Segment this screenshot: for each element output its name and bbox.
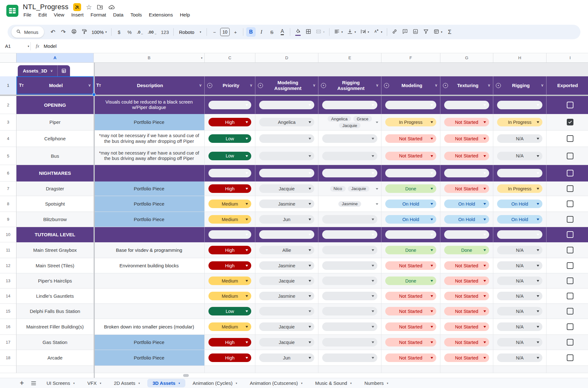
cell-exported[interactable] — [546, 165, 588, 181]
cell-modeling-assignment[interactable]: Jacquie — [255, 181, 318, 196]
cell-exported[interactable] — [546, 335, 588, 350]
cell-texturing-status[interactable] — [440, 96, 493, 114]
cell-modeling-assignment[interactable] — [255, 227, 318, 242]
empty-cell[interactable] — [440, 366, 493, 373]
cell-model[interactable]: Gas Station — [16, 335, 94, 350]
row-number-2[interactable]: 2 — [0, 96, 16, 114]
cell-priority[interactable]: Low — [205, 304, 255, 319]
cell-description[interactable]: Portfolio Piece — [94, 212, 205, 227]
cell-priority[interactable]: Low — [205, 130, 255, 147]
undo-button[interactable]: ↶ — [48, 27, 58, 37]
cell-priority[interactable]: Medium — [205, 196, 255, 212]
cell-rigging-assignment[interactable] — [318, 147, 381, 165]
cell-modeling-assignment[interactable]: Jacquie — [255, 273, 318, 289]
status-pill[interactable]: N/A — [497, 246, 542, 254]
priority-pill[interactable]: Medium — [208, 322, 251, 331]
status-pill[interactable] — [444, 169, 489, 177]
cell-rigging-status[interactable] — [493, 227, 546, 242]
sheet-tab-3d-assets[interactable]: 3D Assets▾ — [147, 379, 186, 387]
cell-rigging-assignment[interactable] — [318, 227, 381, 242]
number-format-button[interactable]: 123 — [159, 27, 170, 37]
priority-pill[interactable]: Low — [208, 152, 251, 160]
cell-rigging-status[interactable]: N/A — [493, 319, 546, 335]
currency-format-button[interactable]: $ — [114, 27, 124, 37]
cell-modeling-status[interactable] — [381, 96, 440, 114]
menu-data[interactable]: Data — [110, 10, 127, 19]
row-number-12[interactable]: 12 — [0, 258, 16, 273]
cell-modeling-assignment[interactable]: Jun — [255, 212, 318, 227]
status-pill[interactable]: N/A — [497, 292, 542, 300]
sheets-logo-icon[interactable] — [6, 5, 18, 17]
exported-checkbox[interactable] — [567, 231, 573, 238]
table-icon[interactable] — [57, 65, 70, 76]
cell-description[interactable]: Visuals could be reduced to a black scre… — [94, 96, 205, 114]
increase-font-size-button[interactable]: + — [231, 27, 240, 37]
sheet-tab-animation-cutscenes-[interactable]: Animation (Cutscenes)▾ — [244, 378, 308, 388]
functions-button[interactable]: Σ — [445, 27, 454, 37]
cell-model[interactable]: NIGHTMARES — [16, 165, 94, 181]
cell-rigging-assignment[interactable] — [318, 319, 381, 335]
assignment-pill[interactable] — [259, 230, 314, 239]
status-pill[interactable]: Not Started — [444, 307, 489, 315]
cell-texturing-status[interactable]: On Hold — [440, 196, 493, 212]
row-number-14[interactable]: 14 — [0, 289, 16, 304]
status-pill[interactable]: On Hold — [444, 215, 489, 224]
status-pill[interactable]: Not Started — [444, 277, 489, 285]
status-pill[interactable]: Not Started — [385, 134, 436, 143]
assignment-pill[interactable]: Jacquie — [259, 338, 314, 347]
italic-button[interactable]: I — [257, 27, 266, 37]
status-pill[interactable] — [385, 101, 436, 109]
cell-modeling-status[interactable]: Not Started — [381, 350, 440, 366]
cell-modeling-status[interactable] — [381, 165, 440, 181]
assignment-pill[interactable] — [259, 152, 314, 160]
exported-checkbox[interactable] — [567, 262, 573, 269]
cell-modeling-assignment[interactable] — [255, 165, 318, 181]
cell-rigging-assignment[interactable] — [318, 350, 381, 366]
status-pill[interactable]: Not Started — [444, 118, 489, 126]
sheet-tab-animation-cycles-[interactable]: Animation (Cycles)▾ — [187, 378, 242, 388]
exported-checkbox[interactable] — [567, 119, 573, 125]
column-menu-arrow-icon[interactable]: ▾ — [201, 56, 202, 60]
cell-modeling-assignment[interactable] — [255, 96, 318, 114]
cell-model[interactable]: Main Street (Tiles) — [16, 258, 94, 273]
dropdown-arrow-icon[interactable] — [376, 122, 378, 123]
status-pill[interactable]: In Progress — [497, 184, 542, 193]
status-pill[interactable]: Not Started — [444, 152, 489, 160]
priority-pill[interactable]: Medium — [208, 200, 251, 208]
status-pill[interactable] — [497, 169, 542, 177]
cell-exported[interactable] — [546, 147, 588, 165]
fill-handle[interactable] — [92, 93, 96, 96]
insert-comment-button[interactable] — [400, 27, 410, 37]
exported-checkbox[interactable] — [567, 216, 573, 223]
status-pill[interactable]: Not Started — [444, 261, 489, 270]
cell-model[interactable]: Blitzburrow — [16, 212, 94, 227]
cell-model[interactable]: Cellphone — [16, 130, 94, 147]
table-views-button[interactable]: ▾ — [432, 27, 444, 37]
header-cell-priority[interactable]: ▾Priority∨ — [205, 76, 255, 95]
cell-texturing-status[interactable]: Not Started — [440, 258, 493, 273]
text-wrap-button[interactable]: ▾ — [359, 27, 371, 37]
cell-exported[interactable] — [546, 227, 588, 242]
priority-pill[interactable]: High — [208, 353, 251, 362]
cell-description[interactable]: *may not be necessary if we have a sound… — [94, 147, 205, 165]
priority-pill[interactable] — [208, 169, 251, 177]
header-cell-rigging-assignment[interactable]: ▾Rigging Assignment∨ — [318, 76, 381, 95]
cell-description[interactable] — [94, 304, 205, 319]
menu-format[interactable]: Format — [87, 10, 110, 19]
cell-texturing-status[interactable]: Not Started — [440, 319, 493, 335]
status-pill[interactable] — [497, 230, 542, 239]
cell-texturing-status[interactable]: Not Started — [440, 181, 493, 196]
cell-model[interactable]: TUTORIAL LEVEL — [16, 227, 94, 242]
exported-checkbox[interactable] — [567, 323, 573, 330]
priority-pill[interactable]: High — [208, 246, 251, 254]
cell-texturing-status[interactable]: Not Started — [440, 289, 493, 304]
status-pill[interactable]: N/A — [497, 152, 542, 160]
cell-modeling-assignment[interactable]: Jasmine — [255, 196, 318, 212]
assignment-pill[interactable]: Jun — [259, 353, 314, 362]
cell-model[interactable]: Spotsight — [16, 196, 94, 212]
exported-checkbox[interactable] — [567, 339, 573, 346]
exported-checkbox[interactable] — [567, 170, 573, 176]
cell-model[interactable]: Lindle's Gauntlets — [16, 289, 94, 304]
priority-pill[interactable]: High — [208, 118, 251, 126]
status-pill[interactable]: Not Started — [444, 134, 489, 143]
